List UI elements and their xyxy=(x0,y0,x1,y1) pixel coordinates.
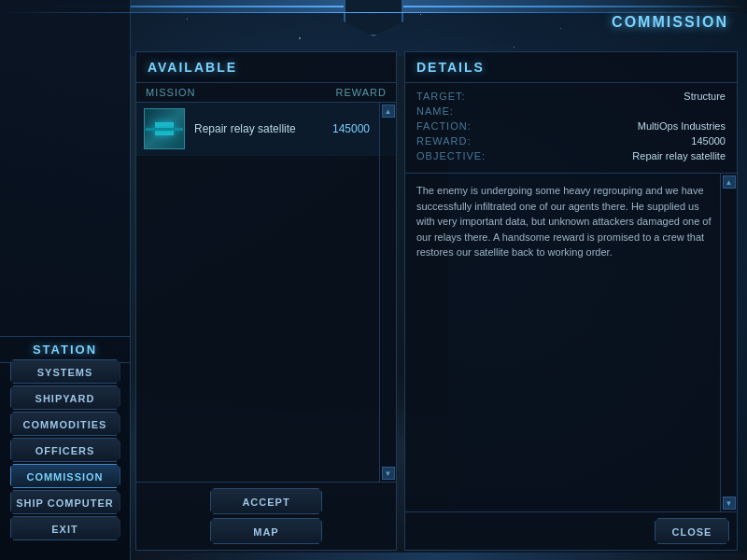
sidebar-btn-exit[interactable]: EXIT xyxy=(10,516,120,540)
details-panel: DETAILS TARGET: Structure NAME: FACTION:… xyxy=(404,51,738,551)
available-header: AVAILABLE xyxy=(136,52,396,83)
available-panel: AVAILABLE MISSION REWARD Repair relay sa… xyxy=(135,51,397,551)
bottom-bar xyxy=(131,553,747,560)
sidebar-btn-ship-computer[interactable]: SHIP COMPUTER xyxy=(10,490,120,514)
sidebar-btn-shipyard[interactable]: SHIPYARD xyxy=(10,385,120,410)
description-text: The enemy is undergoing some heavy regro… xyxy=(405,174,737,270)
mission-name: Repair relay satellite xyxy=(194,122,332,135)
col-mission: MISSION xyxy=(146,87,195,98)
commission-title: COMMISSION xyxy=(612,14,728,31)
label-objective: OBJECTIVE: xyxy=(416,150,491,161)
description-area: The enemy is undergoing some heavy regro… xyxy=(405,174,737,511)
scroll-up-arrow[interactable]: ▲ xyxy=(382,105,395,118)
desc-scroll-down[interactable]: ▼ xyxy=(723,497,736,510)
details-fields: TARGET: Structure NAME: FACTION: MultiOp… xyxy=(405,83,737,174)
mission-item[interactable]: Repair relay satellite 145000 xyxy=(136,103,396,156)
left-panel-buttons: ACCEPT MAP xyxy=(136,482,396,550)
sidebar-btn-systems[interactable]: SYSTEMS xyxy=(10,359,120,384)
map-button[interactable]: MAP xyxy=(210,518,322,544)
mission-reward: 145000 xyxy=(332,122,370,135)
col-reward: REWARD xyxy=(336,87,387,98)
label-target: TARGET: xyxy=(416,91,491,102)
right-panel-bottom: CLOSE xyxy=(405,511,737,550)
missions-list: Repair relay satellite 145000 ▲ ▼ xyxy=(136,103,396,482)
detail-reward: REWARD: 145000 xyxy=(416,135,726,147)
value-target: Structure xyxy=(491,91,726,102)
missions-scroll: ▲ ▼ xyxy=(379,103,396,482)
detail-faction: FACTION: MultiOps Industries xyxy=(416,120,726,132)
value-reward: 145000 xyxy=(491,135,726,147)
sidebar-title: STATION xyxy=(0,336,130,363)
sidebar-btn-commodities[interactable]: COMMODITIES xyxy=(10,412,120,436)
accent-line xyxy=(0,12,747,13)
missions-table-header: MISSION REWARD xyxy=(136,83,396,103)
mission-icon xyxy=(144,108,185,149)
desc-scroll: ▲ ▼ xyxy=(720,174,737,511)
scroll-down-arrow[interactable]: ▼ xyxy=(382,467,395,480)
main-content: AVAILABLE MISSION REWARD Repair relay sa… xyxy=(135,51,738,551)
label-reward: REWARD: xyxy=(416,135,491,147)
value-faction: MultiOps Industries xyxy=(491,120,726,132)
detail-target: TARGET: Structure xyxy=(416,91,726,102)
desc-scroll-up[interactable]: ▲ xyxy=(723,175,736,189)
label-name: NAME: xyxy=(416,105,491,117)
sidebar-btn-officers[interactable]: OFFICERS xyxy=(10,438,120,462)
close-button[interactable]: CLOSE xyxy=(655,518,729,544)
sidebar: STATION SYSTEMS SHIPYARD COMMODITIES OFF… xyxy=(0,0,131,560)
detail-objective: OBJECTIVE: Repair relay satellite xyxy=(416,150,726,161)
details-header: DETAILS xyxy=(405,52,737,83)
detail-name: NAME: xyxy=(416,105,726,117)
label-faction: FACTION: xyxy=(416,120,491,132)
sidebar-btn-commission[interactable]: COMMISSION xyxy=(10,464,120,488)
accept-button[interactable]: ACCEPT xyxy=(210,488,322,514)
value-objective: Repair relay satellite xyxy=(491,150,726,161)
